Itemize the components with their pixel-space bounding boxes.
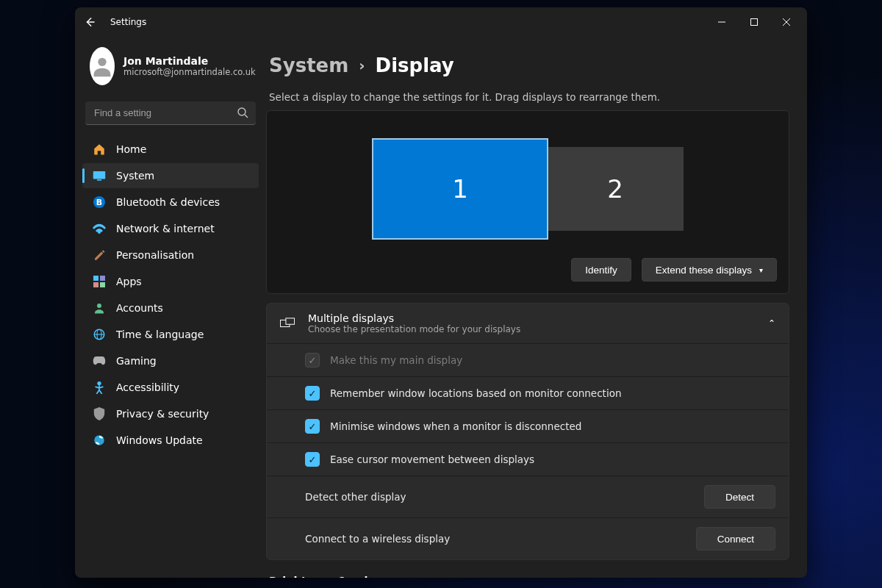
- close-button[interactable]: [770, 10, 803, 35]
- nav-label: Gaming: [116, 355, 157, 367]
- settings-window: Settings Jon Martindale microsoft@jonmar…: [75, 7, 807, 578]
- checkbox-ease[interactable]: ✓: [305, 452, 320, 467]
- svg-point-15: [97, 304, 101, 308]
- monitor-canvas[interactable]: 1 2: [279, 123, 777, 255]
- nav-label: Time & language: [116, 329, 204, 340]
- minimize-button[interactable]: [706, 10, 738, 35]
- search-wrap: [85, 101, 256, 125]
- helper-text: Select a display to change the settings …: [266, 90, 789, 110]
- checkbox-remember[interactable]: ✓: [305, 386, 320, 401]
- chevron-up-icon: ⌃: [768, 318, 775, 329]
- sidebar-item-personalisation[interactable]: Personalisation: [82, 243, 259, 268]
- nav-icon: [93, 381, 106, 394]
- profile-name: Jon Martindale: [123, 55, 256, 67]
- nav-icon: B: [93, 196, 106, 209]
- opt-ease-label: Ease cursor movement between displays: [330, 453, 534, 465]
- multiple-displays-card: Multiple displays Choose the presentatio…: [266, 303, 789, 560]
- sidebar-item-bluetooth-devices[interactable]: BBluetooth & devices: [82, 190, 259, 215]
- checkbox-main-disabled: ✓: [305, 353, 320, 368]
- checkbox-minimise[interactable]: ✓: [305, 419, 320, 434]
- sidebar-item-accounts[interactable]: Accounts: [82, 295, 259, 320]
- profile-block[interactable]: Jon Martindale microsoft@jonmartindale.c…: [79, 44, 262, 91]
- svg-rect-7: [93, 171, 106, 179]
- monitors-icon: [280, 318, 295, 329]
- svg-rect-13: [93, 282, 98, 287]
- card-title: Multiple displays: [308, 312, 520, 324]
- display-arrange-box: 1 2 Identify Extend these displays ▾: [266, 110, 789, 294]
- svg-line-6: [245, 115, 248, 118]
- opt-main-display: ✓ Make this my main display: [267, 343, 789, 376]
- nav-icon: [93, 434, 106, 447]
- sidebar-item-accessibility[interactable]: Accessibility: [82, 375, 259, 400]
- monitor-2[interactable]: 2: [547, 147, 684, 231]
- nav-label: Privacy & security: [116, 408, 209, 420]
- scroll-area[interactable]: Select a display to change the settings …: [266, 90, 800, 578]
- sidebar-item-apps[interactable]: Apps: [82, 269, 259, 294]
- opt-detect-row: Detect other display Detect: [267, 476, 789, 517]
- sidebar-item-privacy-security[interactable]: Privacy & security: [82, 401, 259, 426]
- opt-connect-label: Connect to a wireless display: [305, 533, 450, 545]
- opt-remember-label: Remember window locations based on monit…: [330, 387, 621, 399]
- sidebar-item-windows-update[interactable]: Windows Update: [82, 428, 259, 453]
- opt-minimise[interactable]: ✓ Minimise windows when a monitor is dis…: [267, 409, 789, 442]
- svg-text:B: B: [96, 198, 102, 207]
- sidebar: Jon Martindale microsoft@jonmartindale.c…: [75, 37, 266, 578]
- nav-icon: [93, 276, 106, 287]
- nav-label: Windows Update: [116, 434, 203, 446]
- nav-icon: [93, 248, 106, 262]
- nav-label: System: [116, 170, 154, 182]
- nav-label: Apps: [116, 276, 142, 287]
- brightness-heading: Brightness & colour: [266, 560, 789, 578]
- extend-label: Extend these displays: [656, 265, 752, 276]
- sidebar-item-system[interactable]: System: [82, 163, 259, 188]
- breadcrumb-parent[interactable]: System: [269, 54, 348, 76]
- sidebar-item-network-internet[interactable]: Network & internet: [82, 216, 259, 241]
- nav-icon: [93, 356, 106, 366]
- opt-remember[interactable]: ✓ Remember window locations based on mon…: [267, 376, 789, 409]
- opt-detect-label: Detect other display: [305, 491, 406, 503]
- svg-rect-8: [97, 179, 101, 181]
- nav-label: Network & internet: [116, 223, 215, 234]
- detect-button[interactable]: Detect: [704, 485, 775, 509]
- opt-ease-cursor[interactable]: ✓ Ease cursor movement between displays: [267, 442, 789, 476]
- opt-main-label: Make this my main display: [330, 354, 462, 366]
- nav-label: Accessibility: [116, 381, 179, 393]
- svg-rect-12: [100, 276, 105, 281]
- monitor-1[interactable]: 1: [372, 138, 548, 240]
- nav-label: Bluetooth & devices: [116, 196, 220, 208]
- window-controls: [706, 10, 803, 35]
- multiple-displays-header[interactable]: Multiple displays Choose the presentatio…: [267, 304, 789, 343]
- breadcrumb-current: Display: [376, 54, 454, 76]
- connect-button[interactable]: Connect: [696, 527, 775, 551]
- titlebar: Settings: [75, 7, 807, 37]
- svg-rect-22: [286, 318, 295, 324]
- svg-rect-11: [93, 276, 98, 281]
- sidebar-item-gaming[interactable]: Gaming: [82, 348, 259, 373]
- extend-dropdown[interactable]: Extend these displays ▾: [642, 258, 777, 282]
- nav-icon: [93, 301, 106, 315]
- main-panel: System › Display Select a display to cha…: [266, 37, 807, 578]
- svg-point-5: [238, 108, 245, 115]
- sidebar-item-home[interactable]: Home: [82, 137, 259, 162]
- svg-point-19: [97, 381, 101, 385]
- opt-connect-row: Connect to a wireless display Connect: [267, 517, 789, 559]
- nav-icon: [93, 223, 106, 234]
- sidebar-item-time-language[interactable]: Time & language: [82, 322, 259, 347]
- nav-list: HomeSystemBBluetooth & devicesNetwork & …: [79, 137, 262, 453]
- nav-label: Personalisation: [116, 249, 194, 261]
- nav-icon: [93, 170, 106, 182]
- svg-rect-14: [100, 282, 105, 287]
- nav-icon: [93, 143, 106, 156]
- svg-point-4: [98, 58, 106, 66]
- card-subtitle: Choose the presentation mode for your di…: [308, 324, 520, 334]
- search-input[interactable]: [85, 101, 256, 125]
- chevron-right-icon: ›: [359, 57, 365, 74]
- window-title: Settings: [110, 17, 146, 27]
- avatar: [90, 47, 115, 85]
- opt-minimise-label: Minimise windows when a monitor is disco…: [330, 420, 581, 432]
- breadcrumb: System › Display: [266, 49, 800, 90]
- back-button[interactable]: [84, 17, 96, 27]
- maximize-button[interactable]: [738, 10, 770, 35]
- identify-button[interactable]: Identify: [571, 258, 631, 282]
- search-icon: [237, 107, 248, 121]
